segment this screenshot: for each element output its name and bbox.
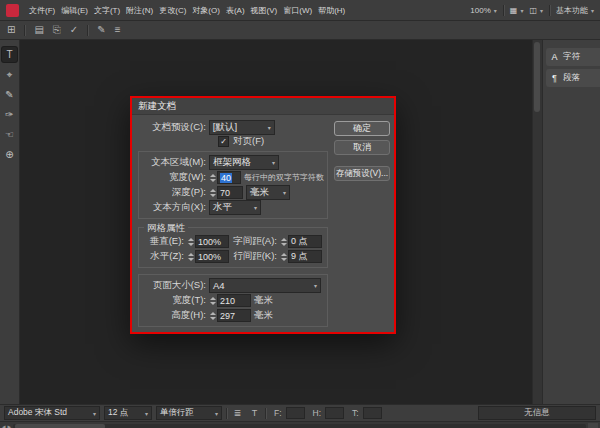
menu-object[interactable]: 对象(O) <box>189 5 223 16</box>
bridge-icon[interactable]: ⊞ <box>7 25 15 35</box>
depth-value: 70 <box>220 188 230 198</box>
application-toolbar: ⊞ ▤ ⎘ ✓ ✎ ≡ <box>0 21 600 40</box>
menu-file[interactable]: 文件(F) <box>26 5 58 16</box>
ok-button[interactable]: 确定 <box>334 121 390 136</box>
vertical-scrollbar[interactable] <box>532 40 542 404</box>
status-info-box: 无信息 <box>478 406 596 420</box>
page-height-stepper[interactable] <box>209 312 217 320</box>
leading-value: 单倍行距 <box>160 407 194 419</box>
dialog-title: 新建文档 <box>138 100 176 111</box>
page-size-value: A4 <box>213 280 225 291</box>
note-tool[interactable]: ✎ <box>2 87 17 102</box>
workspace-label: 基本功能 <box>556 5 588 16</box>
menu-edit[interactable]: 编辑(E) <box>58 5 91 16</box>
character-panel-tab[interactable]: A 字符 <box>546 48 600 66</box>
leading-select[interactable]: 单倍行距 <box>156 406 222 420</box>
view-options-button[interactable]: ▦ <box>510 6 524 15</box>
zoom-tool[interactable]: ⊕ <box>2 147 17 162</box>
menu-view[interactable]: 视图(V) <box>248 5 281 16</box>
page-width-value: 210 <box>220 296 235 306</box>
incopy-app-icon[interactable] <box>6 4 19 17</box>
field-f-value <box>286 407 305 419</box>
grid-horizontal-stepper[interactable] <box>187 253 195 261</box>
line-spacing-input[interactable]: 9 点 <box>288 250 322 263</box>
font-family-value: Adobe 宋体 Std <box>8 407 67 419</box>
grid-vertical-stepper[interactable] <box>187 238 195 246</box>
facing-pages-checkbox[interactable]: ✓ <box>218 136 229 147</box>
font-family-select[interactable]: Adobe 宋体 Std <box>4 406 100 420</box>
width-stepper[interactable] <box>209 174 217 182</box>
menu-help[interactable]: 帮助(H) <box>315 5 348 16</box>
menu-window[interactable]: 窗口(W) <box>280 5 315 16</box>
type-tool[interactable]: T <box>2 47 17 62</box>
page-height-input[interactable]: 297 <box>217 309 251 322</box>
page-width-stepper[interactable] <box>209 297 217 305</box>
dialog-form: 文档预设(C): [默认] ✓ 对页(F) 文本区域(M): 框架网格 宽度(W… <box>138 120 330 327</box>
text-direction-select[interactable]: 水平 <box>209 200 261 215</box>
grid-horizontal-value: 100% <box>198 252 221 262</box>
menu-type[interactable]: 文字(T) <box>91 5 123 16</box>
grid-vertical-input[interactable]: 100% <box>195 235 229 248</box>
workspace-switcher[interactable]: 基本功能 <box>556 5 594 16</box>
divider <box>24 25 25 36</box>
position-tool[interactable]: ⌖ <box>2 67 17 82</box>
page-height-label: 高度(H): <box>142 309 206 322</box>
divider <box>265 408 266 419</box>
page-width-label: 宽度(T): <box>142 294 206 307</box>
app-bar-controls: 100% ▦ ◫ 基本功能 <box>470 5 594 16</box>
depth-label: 深度(P): <box>142 186 206 199</box>
menu-changes[interactable]: 更改(C) <box>156 5 189 16</box>
track-changes-icon[interactable]: ≡ <box>115 25 121 35</box>
paragraph-panel-icon: ¶ <box>549 73 560 83</box>
zoom-level-select[interactable]: 100% <box>470 6 496 15</box>
grid-horizontal-label: 水平(Z): <box>142 250 184 263</box>
width-input[interactable]: 40 <box>217 171 241 184</box>
paragraph-panel-label: 段落 <box>563 72 580 84</box>
divider <box>87 25 88 36</box>
screen-mode-button[interactable]: ◫ <box>529 6 543 15</box>
dialog-title-bar[interactable]: 新建文档 <box>132 98 394 115</box>
horizontal-scroll-thumb[interactable] <box>15 424 105 428</box>
page-size-select[interactable]: A4 <box>209 278 321 293</box>
width-value: 40 <box>220 173 232 183</box>
page-size-group: 页面大小(S): A4 宽度(T): 210 毫米 高度(H): 297 毫米 <box>138 274 328 327</box>
cancel-button[interactable]: 取消 <box>334 140 390 155</box>
text-macro-icon[interactable]: T <box>248 408 261 418</box>
paragraph-panel-tab[interactable]: ¶ 段落 <box>546 69 600 87</box>
menu-table[interactable]: 表(A) <box>223 5 248 16</box>
depth-input[interactable]: 70 <box>217 186 243 199</box>
text-area-type-select[interactable]: 框架网格 <box>209 155 279 170</box>
scroll-left-icon[interactable]: ◂ <box>2 423 6 428</box>
vertical-scrollbar-thumb[interactable] <box>534 42 540 112</box>
font-size-select[interactable]: 12 点 <box>104 406 152 420</box>
save-icon[interactable]: ▤ <box>34 25 43 35</box>
eyedropper-tool[interactable]: ✑ <box>2 107 17 122</box>
document-preset-select[interactable]: [默认] <box>209 120 275 135</box>
document-preset-label: 文档预设(C): <box>152 121 206 134</box>
line-spacing-stepper[interactable] <box>280 253 288 261</box>
window-resize-grip[interactable] <box>588 423 598 428</box>
text-area-group: 文本区域(M): 框架网格 宽度(W): 40 每行中的双字节字符数 深度(P)… <box>138 151 328 219</box>
spellcheck-icon[interactable]: ✓ <box>70 25 78 35</box>
menu-notes[interactable]: 附注(N) <box>123 5 156 16</box>
check-icon: ✓ <box>220 138 227 146</box>
depth-unit-value: 毫米 <box>250 186 269 199</box>
horizontal-scroll-track[interactable] <box>13 424 586 428</box>
hand-tool[interactable]: ☜ <box>2 127 17 142</box>
char-spacing-input[interactable]: 0 点 <box>288 235 322 248</box>
view-options-icon: ▦ <box>510 6 518 15</box>
tools-panel: T ⌖ ✎ ✑ ☜ ⊕ <box>0 40 20 404</box>
horizontal-scrollbar: ◂ ▸ <box>0 421 600 428</box>
scroll-right-icon[interactable]: ▸ <box>8 423 12 428</box>
page-width-input[interactable]: 210 <box>217 294 251 307</box>
story-editor-icon[interactable]: ≣ <box>231 408 244 418</box>
grid-horizontal-input[interactable]: 100% <box>195 250 229 263</box>
char-spacing-stepper[interactable] <box>280 238 288 246</box>
depth-stepper[interactable] <box>209 189 217 197</box>
grid-vertical-label: 垂直(E): <box>142 235 184 248</box>
depth-unit-select[interactable]: 毫米 <box>246 185 290 200</box>
font-size-value: 12 点 <box>108 407 128 419</box>
save-preset-button[interactable]: 存储预设(V)... <box>334 166 390 181</box>
note-icon[interactable]: ✎ <box>97 25 105 35</box>
print-icon[interactable]: ⎘ <box>53 25 61 35</box>
